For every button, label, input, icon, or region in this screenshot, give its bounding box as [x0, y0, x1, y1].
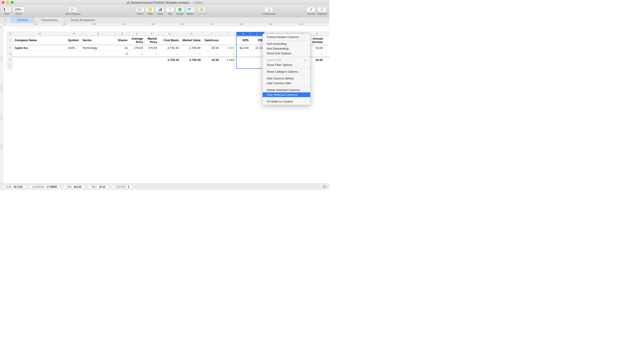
minimize-window-button[interactable]: [6, 1, 9, 4]
chevron-right-icon: ▸: [304, 58, 306, 62]
ctx-fit-width-to-content[interactable]: Fit Width to Content: [263, 99, 310, 104]
cell[interactable]: $12.60: [236, 45, 250, 51]
cell[interactable]: 35.50: [202, 45, 220, 51]
col-head-e[interactable]: E: [130, 32, 145, 35]
cell[interactable]: [81, 51, 115, 57]
cell[interactable]: [236, 51, 250, 57]
cell[interactable]: –: [202, 51, 220, 57]
header-market-price: Market Price: [144, 36, 159, 45]
col-head-k[interactable]: K: [236, 32, 250, 35]
table-toolbar-item[interactable]: Table: [146, 7, 154, 15]
cell[interactable]: [67, 51, 81, 57]
cell[interactable]: –: [159, 51, 180, 57]
col-head-f[interactable]: F: [145, 32, 159, 35]
sheet-tab-portfolio[interactable]: Portfolio: [11, 17, 35, 23]
cell[interactable]: 2,750.30: [159, 45, 180, 51]
status-max[interactable]: MAX22.12: [88, 185, 108, 188]
header-eps: EPS: [236, 36, 250, 45]
cell[interactable]: 35.50: [202, 57, 220, 63]
ctx-delete-selected-columns[interactable]: Delete Selected Columns: [263, 88, 310, 92]
col-head-h[interactable]: H: [180, 32, 202, 35]
cell[interactable]: 275.03: [129, 45, 144, 51]
add-sheet-button[interactable]: +: [0, 17, 11, 23]
ctx-show-category-options[interactable]: Show Category Options: [263, 69, 310, 74]
col-head-a[interactable]: A: [13, 32, 67, 35]
col-head-b[interactable]: B: [67, 32, 81, 35]
comment-toolbar-item[interactable]: Comment: [196, 7, 207, 15]
cell[interactable]: 2,785.80: [180, 57, 202, 63]
close-window-button[interactable]: [2, 1, 4, 4]
row-head-1[interactable]: 1: [7, 36, 13, 45]
format-toolbar-item[interactable]: Format: [307, 7, 315, 15]
svg-rect-13: [158, 9, 159, 11]
col-head-j[interactable]: J: [220, 32, 236, 35]
cell[interactable]: –: [180, 51, 202, 57]
cell[interactable]: Technology: [81, 45, 115, 51]
cell[interactable]: 22.12: [250, 45, 264, 51]
formula-indicator-icon[interactable]: =: [8, 64, 12, 68]
chart-toolbar-item[interactable]: Chart: [156, 7, 164, 15]
cell[interactable]: 2,785.80: [180, 45, 202, 51]
row-head-2[interactable]: 2: [7, 45, 13, 51]
col-head-p[interactable]: P: [310, 32, 324, 35]
cell[interactable]: 10: [115, 45, 129, 51]
cell[interactable]: [250, 51, 264, 57]
cell[interactable]: 30.80: [310, 57, 324, 63]
cell[interactable]: –: [144, 51, 159, 57]
ctx-hide-selected-columns[interactable]: Hide Selected Columns: [263, 92, 310, 97]
cell[interactable]: 30.80: [310, 45, 324, 51]
svg-rect-8: [148, 8, 152, 11]
row-head-3[interactable]: 3: [7, 51, 13, 57]
col-head-d[interactable]: D: [115, 32, 130, 35]
cell[interactable]: –: [129, 51, 144, 57]
insert-toolbar-item[interactable]: +▾ Insert: [136, 7, 144, 15]
organize-toolbar-item[interactable]: Organize: [317, 7, 327, 15]
svg-rect-1: [128, 2, 128, 4]
cell[interactable]: 278.58: [144, 45, 159, 51]
col-head-g[interactable]: G: [159, 32, 180, 35]
spreadsheet-canvas[interactable]: A B C D E F G H I J K L▾ M N O P 1 2 3 4…: [3, 26, 329, 183]
comment-icon: [200, 8, 203, 11]
svg-rect-15: [161, 8, 162, 11]
cell[interactable]: –: [310, 51, 324, 57]
text-toolbar-item[interactable]: T Text: [166, 7, 174, 15]
sheet-tab-sector-breakdown[interactable]: Sector Breakdown: [64, 17, 101, 23]
col-head-c[interactable]: C: [81, 32, 115, 35]
ctx-sort-ascending[interactable]: Sort Ascending: [263, 41, 310, 46]
cell[interactable]: 2,750.30: [159, 57, 180, 63]
ctx-sort-descending[interactable]: Sort Descending: [263, 46, 310, 51]
header-sector: Sector: [81, 36, 115, 45]
ctx-add-columns-before[interactable]: Add Columns Before: [263, 76, 310, 81]
col-head-i[interactable]: I: [202, 32, 220, 35]
cell[interactable]: –: [220, 51, 236, 57]
ctx-show-sort-options[interactable]: Show Sort Options: [263, 51, 310, 56]
status-settings-button[interactable]: ⚙︎▾: [323, 184, 327, 189]
status-counta[interactable]: COUNTA6: [112, 185, 133, 188]
cell[interactable]: 0: [115, 51, 129, 57]
cell[interactable]: Apple Inc.: [13, 45, 67, 51]
status-average[interactable]: AVERAGE17.35665: [29, 185, 60, 188]
table-select-handle[interactable]: [7, 32, 13, 35]
cell[interactable]: [13, 51, 67, 57]
header-market-value: Market Value: [180, 36, 202, 45]
ctx-show-filter-options[interactable]: Show Filter Options: [263, 62, 310, 67]
status-min[interactable]: MIN$12.60: [64, 185, 85, 188]
maximize-window-button[interactable]: [11, 1, 14, 4]
media-toolbar-item[interactable]: ▾ Media: [186, 7, 194, 15]
ctx-freeze-header-columns[interactable]: Freeze Header Columns: [263, 35, 310, 39]
status-sum[interactable]: SUM34.7133: [2, 185, 26, 188]
header-j: [220, 36, 236, 45]
zoom-toolbar-item[interactable]: 125%▾ Zoom: [13, 7, 25, 15]
cell[interactable]: AAPL: [67, 45, 81, 51]
shape-toolbar-item[interactable]: Shape: [176, 7, 184, 15]
cell[interactable]: 1.29%: [220, 45, 236, 51]
ctx-add-columns-after[interactable]: Add Columns After: [263, 81, 310, 86]
sheet-tab-transactions[interactable]: Transactions: [35, 17, 64, 23]
add-category-toolbar-item[interactable]: ▾ Add Category: [66, 7, 81, 15]
row-header-bar: 1 2 3 4 =: [7, 36, 13, 69]
view-toolbar-item[interactable]: ▾ View: [2, 7, 11, 15]
collaborate-toolbar-item[interactable]: + Collaborate: [262, 7, 275, 15]
vertical-ruler: 0 100 200 300 400: [0, 26, 3, 183]
row-head-4[interactable]: 4: [7, 57, 13, 62]
cell[interactable]: 1.29%: [220, 57, 236, 63]
